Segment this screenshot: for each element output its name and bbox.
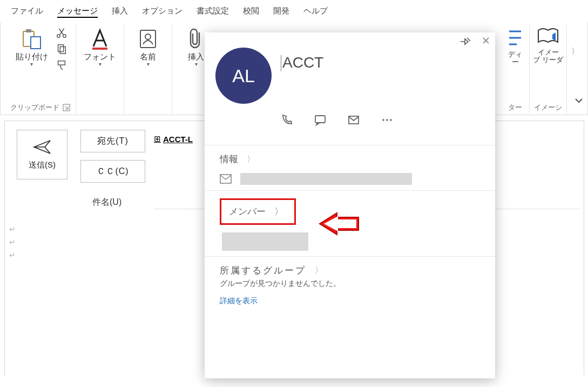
contact-card: AL ACCT 情報 〉 [205, 32, 495, 378]
send-icon [33, 139, 51, 155]
info-label: 情報 [220, 153, 238, 165]
font-button[interactable]: フォント ▾ [82, 27, 118, 67]
immersive-caption: イメーシ [534, 103, 562, 112]
tab-message[interactable]: メッセージ [51, 3, 104, 19]
immersive-label-2: ブ リーダ [533, 55, 563, 65]
chevron-down-icon: ▾ [147, 61, 150, 67]
chevron-right-icon: 〉 [247, 154, 255, 164]
send-label: 送信(S) [29, 160, 56, 170]
chat-icon [314, 114, 327, 126]
chat-button[interactable] [314, 114, 327, 126]
svg-rect-9 [92, 48, 107, 50]
address-book-icon [136, 27, 160, 51]
phone-icon [280, 114, 293, 126]
tab-options[interactable]: オプション [136, 3, 189, 19]
group-font: フォント ▾ [76, 25, 124, 114]
chevron-right-icon: 〉 [571, 46, 579, 57]
editor-icon [507, 27, 523, 49]
section-groups: 所属するグループ 〉 グループが見つかりませんでした。 詳細を表示 [205, 257, 495, 311]
copy-icon[interactable] [56, 43, 67, 55]
svg-rect-12 [315, 116, 325, 123]
more-icon [381, 114, 394, 126]
tab-strip: ファイル メッセージ 挿入 オプション 書式設定 校閲 開発 ヘルプ [0, 0, 588, 22]
group-immersive-partial: イメー ブ リーダ イメーシ [530, 25, 566, 114]
svg-point-16 [390, 119, 392, 121]
font-a-icon [88, 27, 112, 51]
pin-button[interactable] [459, 37, 471, 46]
section-info: 情報 〉 [205, 145, 495, 190]
editor-label-2: ー [512, 57, 519, 67]
svg-point-14 [382, 119, 384, 121]
tab-insert[interactable]: 挿入 [105, 3, 134, 19]
info-header[interactable]: 情報 〉 [220, 153, 480, 165]
tab-review[interactable]: 校閲 [236, 3, 266, 19]
to-recipient-label: ACCT-L [163, 135, 193, 144]
dialog-launcher-icon[interactable] [63, 104, 70, 111]
groups-header[interactable]: 所属するグループ 〉 [220, 264, 480, 277]
svg-point-15 [386, 119, 388, 121]
svg-rect-5 [58, 45, 63, 52]
svg-rect-2 [31, 37, 40, 49]
members-header[interactable]: メンバー 〉 [220, 198, 296, 225]
cut-icon[interactable] [56, 27, 67, 39]
paperclip-icon [185, 27, 207, 51]
immersive-button[interactable]: イメー ブ リーダ [533, 27, 563, 65]
show-details-link[interactable]: 詳細を表示 [220, 296, 258, 306]
call-button[interactable] [280, 114, 293, 126]
group-editor-partial: ディ ー ター [501, 25, 530, 114]
svg-point-11 [145, 34, 151, 39]
paste-button[interactable]: 貼り付け ▾ [13, 27, 50, 67]
subject-label: 件名(U) [92, 197, 121, 208]
clipboard-caption: クリップボード [10, 103, 59, 112]
svg-rect-6 [60, 46, 65, 54]
chevron-down-icon: ▾ [99, 61, 102, 67]
avatar: AL [215, 48, 272, 104]
format-painter-icon[interactable] [56, 59, 67, 71]
more-button[interactable] [381, 114, 394, 126]
close-icon [482, 37, 490, 44]
cc-button[interactable]: ＣＣ(C) [80, 160, 145, 183]
mail-icon [347, 114, 360, 126]
close-button[interactable] [482, 37, 490, 44]
chevron-right-icon: 〉 [315, 265, 323, 276]
names-button[interactable]: 名前 ▾ [130, 27, 166, 67]
tab-developer[interactable]: 開発 [267, 3, 296, 19]
editor-button[interactable]: ディ ー [504, 27, 526, 67]
svg-rect-1 [26, 29, 31, 32]
chevron-down-icon [574, 96, 584, 105]
chevron-right-icon: 〉 [274, 205, 283, 218]
groups-empty-message: グループが見つかりませんでした。 [220, 279, 480, 289]
expand-plus-icon: ⊞ [154, 134, 161, 144]
chevron-down-icon: ▾ [30, 61, 33, 67]
email-button[interactable] [347, 114, 360, 126]
to-recipient-chip[interactable]: ⊞ ACCT-L [154, 134, 193, 144]
email-value-redacted [240, 173, 412, 185]
svg-rect-7 [58, 61, 65, 65]
editor-caption: ター [508, 103, 522, 112]
member-value-redacted [222, 232, 308, 251]
book-speaker-icon [536, 27, 560, 46]
tab-help[interactable]: ヘルプ [297, 3, 334, 19]
paste-icon [20, 27, 44, 51]
annotation-arrow [316, 211, 360, 237]
ribbon-collapse-button[interactable] [572, 94, 586, 108]
tab-format[interactable]: 書式設定 [190, 3, 235, 19]
svg-point-4 [63, 35, 66, 38]
send-button[interactable]: 送信(S) [17, 130, 67, 179]
contact-name: ACCT [282, 54, 323, 71]
chevron-down-icon: ▾ [195, 61, 198, 67]
group-clipboard: 貼り付け ▾ クリップボード [5, 25, 76, 114]
svg-point-3 [57, 35, 60, 38]
groups-label: 所属するグループ [220, 264, 306, 277]
to-button[interactable]: 宛先(T) [80, 130, 145, 152]
pin-icon [459, 37, 471, 46]
group-names: 名前 ▾ [124, 25, 172, 114]
mail-icon [220, 174, 232, 184]
tab-file[interactable]: ファイル [4, 3, 50, 19]
members-label: メンバー [229, 205, 266, 218]
